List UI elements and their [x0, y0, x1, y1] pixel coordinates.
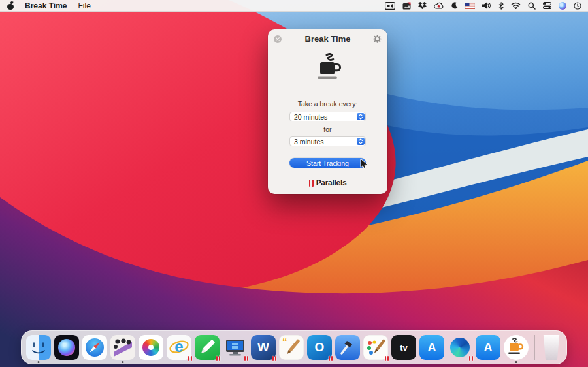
dock-windows-computer[interactable] [223, 335, 248, 360]
parallels-access-cloud-icon[interactable] [434, 0, 444, 11]
dock-app-store[interactable]: A [419, 335, 444, 360]
input-source-us-flag-icon[interactable] [465, 0, 475, 11]
clock-icon[interactable] [574, 0, 581, 11]
start-tracking-button[interactable]: Start Tracking [289, 158, 366, 168]
parallels-logo-text: Parallels [316, 178, 347, 187]
dock-green-pencil-app[interactable] [195, 335, 220, 360]
dock-finder[interactable] [26, 335, 51, 360]
running-indicator [38, 361, 40, 363]
dock-apple-tv[interactable]: tv [391, 335, 416, 360]
menu-file[interactable]: File [78, 1, 90, 10]
parallels-badge [469, 356, 474, 361]
siri-icon[interactable] [559, 0, 566, 11]
dock-pages[interactable]: “ [279, 335, 304, 360]
interval-label: Take a break every: [268, 100, 387, 108]
dock-separator [534, 335, 535, 360]
interval-select-value: 20 minutes [294, 113, 327, 121]
duration-select-value: 3 minutes [294, 138, 324, 146]
dock-siri[interactable] [54, 335, 79, 360]
dock-xcode[interactable] [335, 335, 360, 360]
running-indicator [122, 361, 124, 363]
dropbox-icon[interactable] [418, 0, 427, 11]
chevron-up-down-icon [357, 138, 365, 145]
bluetooth-icon[interactable] [498, 0, 504, 11]
parallels-screenshot-icon[interactable] [402, 0, 411, 11]
running-indicator [515, 361, 517, 363]
duration-select[interactable]: 3 minutes [289, 136, 366, 146]
wifi-icon[interactable] [511, 0, 521, 11]
dock-outlook[interactable]: O [307, 335, 332, 360]
dock-edge[interactable] [448, 335, 472, 360]
for-label: for [268, 125, 387, 133]
app-menu-break-time[interactable]: Break Time [25, 1, 67, 10]
control-center-icon[interactable] [543, 0, 551, 11]
parallels-badge [244, 356, 249, 361]
volume-icon[interactable] [482, 0, 491, 11]
spotlight-search-icon[interactable] [528, 0, 536, 11]
window-title: Break Time [268, 34, 387, 44]
parallels-badge [188, 356, 193, 361]
dock-paint[interactable] [363, 335, 388, 360]
dock-photo-booth[interactable] [110, 335, 135, 360]
dock-photos[interactable] [139, 335, 163, 360]
parallels-badge [329, 356, 333, 361]
dock-app-store-2[interactable]: A [476, 335, 500, 360]
parallels-bars-icon [309, 180, 314, 187]
parallels-badge [272, 356, 277, 361]
coffee-cup-icon [310, 53, 346, 88]
dock: e W “ O tv [21, 330, 567, 364]
settings-gear-icon[interactable] [373, 35, 382, 43]
dock-break-time[interactable] [504, 335, 529, 360]
dock-trash[interactable] [541, 335, 562, 360]
chevron-up-down-icon [357, 113, 365, 120]
mouse-cursor [360, 158, 368, 173]
interval-select[interactable]: 20 minutes [289, 112, 366, 121]
parallels-badge [385, 356, 389, 361]
do-not-disturb-moon-icon[interactable] [451, 0, 458, 11]
apple-menu-icon[interactable] [7, 1, 15, 10]
dock-word[interactable]: W [251, 335, 276, 360]
screen-recording-icon[interactable] [385, 0, 395, 11]
menu-bar: Break Time File [0, 0, 588, 12]
parallels-badge [216, 356, 221, 361]
break-time-window: Break Time Take a break every: 20 minute… [268, 29, 387, 194]
parallels-logo: Parallels [268, 178, 387, 187]
dock-internet-explorer[interactable]: e [167, 335, 191, 360]
desktop: Break Time File [0, 0, 588, 367]
dock-safari[interactable] [82, 335, 107, 360]
